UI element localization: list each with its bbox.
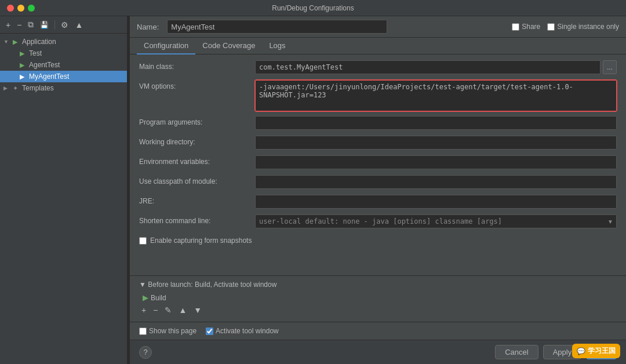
templates-arrow: ▶ [3, 85, 10, 91]
program-args-value [255, 116, 617, 130]
expand-arrow: ▼ [3, 39, 10, 45]
agenttest-config-icon: ▶ [17, 60, 27, 70]
watermark-badge: 💬 学习王国 [572, 344, 620, 358]
close-button[interactable] [7, 5, 14, 12]
watermark-icon: 💬 [577, 347, 585, 355]
bottom-section: Show this page Activate tool window [130, 322, 626, 340]
before-launch-up-button[interactable]: ▲ [176, 304, 189, 316]
sidebar-item-agenttest[interactable]: ▶ AgentTest [0, 59, 127, 71]
shorten-cmd-select-wrapper: user-local default: none - java [options… [255, 214, 617, 228]
vm-options-value: -javaagent:/Users/jinyunlong/IdeaProject… [255, 80, 617, 111]
shorten-cmd-label: Shorten command line: [139, 214, 255, 225]
add-config-button[interactable]: + [3, 19, 13, 31]
share-checkbox[interactable] [512, 23, 519, 31]
show-page-label[interactable]: Show this page [139, 327, 196, 335]
program-args-input[interactable] [255, 116, 617, 130]
help-button[interactable]: ? [139, 346, 152, 359]
activate-tool-window-label[interactable]: Activate tool window [206, 327, 279, 335]
working-dir-input[interactable] [255, 136, 617, 150]
tab-logs[interactable]: Logs [262, 38, 292, 54]
config-header: Name: Share Single instance only [130, 16, 626, 38]
watermark-text: 学习王国 [588, 346, 616, 356]
share-checkbox-label[interactable]: Share [512, 23, 540, 31]
main-class-browse-button[interactable]: ... [603, 60, 617, 74]
before-launch-down-button[interactable]: ▼ [191, 304, 204, 316]
sidebar-toolbar: + − ⧉ 💾 ⚙ ▲ [0, 16, 127, 34]
window-title: Run/Debug Configurations [272, 4, 354, 12]
move-up-button[interactable]: ▲ [72, 19, 85, 31]
remove-config-button[interactable]: − [14, 19, 24, 31]
working-dir-label: Working directory: [139, 136, 255, 146]
cancel-button[interactable]: Cancel [495, 345, 538, 359]
working-dir-row: Working directory: [139, 136, 617, 151]
build-run-icon: ▶ [143, 293, 148, 302]
application-label: Application [22, 38, 56, 46]
classpath-row: Use classpath of module: [139, 175, 617, 190]
activate-tool-window-checkbox[interactable] [206, 327, 213, 335]
templates-label: Templates [22, 84, 54, 92]
env-vars-value [255, 155, 617, 169]
main-layout: + − ⧉ 💾 ⚙ ▲ ▼ ▶ Application ▶ Test [0, 16, 626, 364]
main-class-label: Main class: [139, 60, 255, 71]
share-label: Share [522, 23, 540, 31]
application-folder-icon: ▶ [10, 37, 20, 46]
capture-label: Enable capturing form snapshots [150, 236, 252, 245]
copy-config-button[interactable]: ⧉ [26, 19, 36, 31]
classpath-input[interactable] [255, 175, 617, 189]
sidebar-tree: ▼ ▶ Application ▶ Test ▶ AgentTest ▶ MyA… [0, 34, 127, 364]
single-instance-text: Single instance only [557, 23, 619, 31]
config-form: Main class: ... VM options: -javaagent:/… [130, 54, 626, 275]
before-launch-remove-button[interactable]: − [151, 304, 160, 316]
capture-row: Enable capturing form snapshots [139, 234, 617, 247]
sidebar: + − ⧉ 💾 ⚙ ▲ ▼ ▶ Application ▶ Test [0, 16, 128, 364]
name-label: Name: [137, 23, 159, 31]
build-item: ▶ Build [139, 292, 617, 303]
capture-checkbox[interactable] [139, 237, 147, 245]
right-panel: Name: Share Single instance only Configu… [130, 16, 626, 364]
tab-configuration[interactable]: Configuration [137, 38, 195, 54]
build-label: Build [151, 294, 166, 302]
sidebar-item-myagenttest[interactable]: ▶ MyAgentTest [0, 71, 127, 82]
shorten-cmd-select[interactable]: user-local default: none - java [options… [255, 214, 617, 228]
myagenttest-label: MyAgentTest [29, 72, 69, 81]
before-launch-add-button[interactable]: + [139, 304, 148, 316]
before-launch-edit-button[interactable]: ✎ [162, 304, 174, 316]
window-controls[interactable] [7, 5, 35, 12]
shorten-cmd-value: user-local default: none - java [options… [255, 214, 617, 228]
jre-value [255, 195, 617, 209]
activate-tool-window-text: Activate tool window [216, 327, 279, 335]
sidebar-item-templates[interactable]: ▶ ✦ Templates [0, 82, 127, 94]
single-instance-label[interactable]: Single instance only [547, 23, 619, 31]
before-launch-toolbar: + − ✎ ▲ ▼ [139, 303, 617, 317]
program-args-row: Program arguments: [139, 116, 617, 131]
single-instance-checkbox[interactable] [547, 23, 555, 31]
tab-code-coverage[interactable]: Code Coverage [195, 38, 262, 54]
before-launch-title: ▼ Before launch: Build, Activate tool wi… [139, 281, 276, 289]
vm-options-textarea[interactable]: -javaagent:/Users/jinyunlong/IdeaProject… [255, 80, 617, 111]
name-input[interactable] [167, 20, 387, 34]
title-bar: Run/Debug Configurations [0, 0, 626, 16]
test-label: Test [29, 49, 42, 57]
env-vars-input[interactable] [255, 155, 617, 169]
save-config-button[interactable]: 💾 [38, 20, 51, 30]
sidebar-item-test[interactable]: ▶ Test [0, 48, 127, 59]
maximize-button[interactable] [28, 5, 35, 12]
jre-row: JRE: [139, 195, 617, 210]
minimize-button[interactable] [17, 5, 24, 12]
templates-folder-icon: ✦ [10, 83, 20, 93]
test-config-icon: ▶ [17, 49, 27, 58]
sidebar-item-application[interactable]: ▼ ▶ Application [0, 36, 127, 48]
show-page-text: Show this page [149, 327, 196, 335]
env-vars-row: Environment variables: [139, 155, 617, 170]
settings-button[interactable]: ⚙ [59, 19, 71, 31]
myagenttest-config-icon: ▶ [17, 72, 27, 81]
footer: ? Cancel Apply OK [130, 340, 626, 364]
program-args-label: Program arguments: [139, 116, 255, 126]
show-page-checkbox[interactable] [139, 327, 147, 335]
main-class-value: ... [255, 60, 617, 74]
jre-input[interactable] [255, 195, 617, 209]
shorten-cmd-row: Shorten command line: user-local default… [139, 214, 617, 230]
toolbar-separator [54, 20, 55, 30]
tabs-bar: Configuration Code Coverage Logs [130, 38, 626, 54]
main-class-input[interactable] [255, 60, 600, 74]
